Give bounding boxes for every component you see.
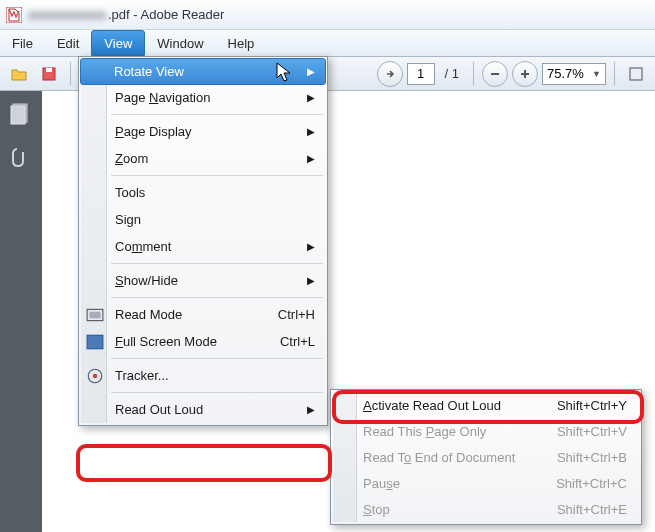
adobe-reader-icon (6, 7, 22, 23)
shortcut-label: Shift+Ctrl+V (557, 424, 627, 439)
submenu-read-page: Read This Page Only Shift+Ctrl+V (333, 418, 639, 444)
shortcut-label: Shift+Ctrl+B (557, 450, 627, 465)
tracker-icon (86, 367, 104, 385)
next-page-button[interactable] (377, 61, 403, 87)
page-number-input[interactable] (407, 63, 435, 85)
submenu-arrow-icon: ▶ (307, 153, 315, 164)
submenu-arrow-icon: ▶ (307, 404, 315, 415)
titlebar: xxxxxxxxxxxx .pdf - Adobe Reader (0, 0, 655, 30)
menu-label: Read Out Loud (115, 402, 203, 417)
toolbar-divider (614, 62, 615, 86)
read-mode-icon (86, 306, 104, 324)
shortcut-label: Ctrl+H (278, 307, 315, 322)
menu-label: Zoom (115, 151, 148, 166)
shortcut-label: Shift+Ctrl+Y (557, 398, 627, 413)
menu-label: Show/Hide (115, 273, 178, 288)
attachments-icon[interactable] (9, 145, 33, 169)
menu-zoom[interactable]: Zoom ▶ (81, 145, 325, 172)
zoom-value: 75.7% (547, 66, 584, 81)
svg-rect-7 (89, 311, 100, 318)
chevron-down-icon: ▼ (592, 69, 601, 79)
menu-separator (111, 263, 323, 264)
menu-label: Read Mode (115, 307, 182, 322)
menu-separator (111, 114, 323, 115)
submenu-activate[interactable]: Activate Read Out Loud Shift+Ctrl+Y (333, 392, 639, 418)
menu-file[interactable]: File (0, 30, 45, 56)
menu-separator (111, 392, 323, 393)
menu-label: Rotate View (114, 64, 184, 79)
menu-label: Read This Page Only (363, 424, 486, 439)
menu-help[interactable]: Help (216, 30, 267, 56)
menu-label: Tools (115, 185, 145, 200)
submenu-arrow-icon: ▶ (307, 275, 315, 286)
zoom-out-button[interactable] (482, 61, 508, 87)
tool-button[interactable] (623, 61, 649, 87)
open-button[interactable] (6, 61, 32, 87)
shortcut-label: Shift+Ctrl+C (556, 476, 627, 491)
menu-label: Full Screen Mode (115, 334, 217, 349)
full-screen-icon (86, 333, 104, 351)
menu-read-out-loud[interactable]: Read Out Loud ▶ (81, 396, 325, 423)
thumbnails-icon[interactable] (9, 101, 33, 125)
menu-read-mode[interactable]: Read Mode Ctrl+H (81, 301, 325, 328)
submenu-read-to-end: Read To End of Document Shift+Ctrl+B (333, 444, 639, 470)
submenu-stop: Stop Shift+Ctrl+E (333, 496, 639, 522)
menu-label: Tracker... (115, 368, 169, 383)
menu-label: Stop (363, 502, 390, 517)
zoom-in-button[interactable] (512, 61, 538, 87)
svg-rect-5 (11, 106, 25, 124)
toolbar-divider (70, 62, 71, 86)
menu-separator (111, 358, 323, 359)
menu-page-navigation[interactable]: Page Navigation ▶ (81, 84, 325, 111)
shortcut-label: Ctrl+L (280, 334, 315, 349)
menu-label: Read To End of Document (363, 450, 515, 465)
svg-rect-2 (46, 68, 52, 72)
menu-edit[interactable]: Edit (45, 30, 91, 56)
menu-tracker[interactable]: Tracker... (81, 362, 325, 389)
menu-rotate-view[interactable]: Rotate View ▶ (80, 58, 326, 85)
menu-page-display[interactable]: Page Display ▶ (81, 118, 325, 145)
menubar: File Edit View Window Help (0, 30, 655, 57)
submenu-arrow-icon: ▶ (307, 66, 315, 77)
sidebar (0, 91, 42, 532)
menu-separator (111, 297, 323, 298)
menu-label: Page Display (115, 124, 192, 139)
menu-tools[interactable]: Tools (81, 179, 325, 206)
menu-view[interactable]: View (91, 30, 145, 56)
menu-label: Page Navigation (115, 90, 210, 105)
menu-label: Pause (363, 476, 400, 491)
save-button[interactable] (36, 61, 62, 87)
view-dropdown: Rotate View ▶ Page Navigation ▶ Page Dis… (78, 56, 328, 426)
menu-label: Sign (115, 212, 141, 227)
toolbar-divider (473, 62, 474, 86)
submenu-pause: Pause Shift+Ctrl+C (333, 470, 639, 496)
page-total-label: / 1 (445, 66, 459, 81)
menu-show-hide[interactable]: Show/Hide ▶ (81, 267, 325, 294)
menu-window[interactable]: Window (145, 30, 215, 56)
menu-full-screen[interactable]: Full Screen Mode Ctrl+L (81, 328, 325, 355)
submenu-arrow-icon: ▶ (307, 241, 315, 252)
submenu-arrow-icon: ▶ (307, 126, 315, 137)
menu-label: Comment (115, 239, 171, 254)
read-out-loud-submenu: Activate Read Out Loud Shift+Ctrl+Y Read… (330, 389, 642, 525)
svg-rect-3 (630, 68, 642, 80)
menu-sign[interactable]: Sign (81, 206, 325, 233)
title-suffix: .pdf - Adobe Reader (108, 7, 224, 22)
svg-point-10 (93, 373, 98, 378)
menu-comment[interactable]: Comment ▶ (81, 233, 325, 260)
svg-rect-8 (87, 335, 103, 349)
menu-separator (111, 175, 323, 176)
zoom-level-select[interactable]: 75.7% ▼ (542, 63, 606, 85)
title-filename: xxxxxxxxxxxx (28, 7, 106, 22)
shortcut-label: Shift+Ctrl+E (557, 502, 627, 517)
submenu-arrow-icon: ▶ (307, 92, 315, 103)
menu-label: Activate Read Out Loud (363, 398, 501, 413)
